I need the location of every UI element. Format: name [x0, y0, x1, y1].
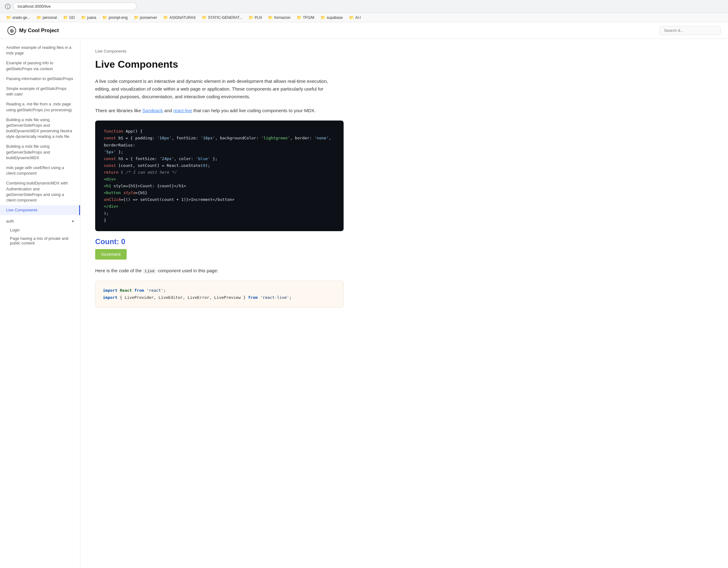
- increment-button[interactable]: Increment: [95, 249, 127, 260]
- chevron-down-icon: ▾: [72, 219, 74, 223]
- bookmark-item[interactable]: 📁 STATIC-GENERAT...: [199, 14, 245, 21]
- count-display: Count: 0: [95, 237, 344, 246]
- folder-icon: 📁: [6, 15, 11, 20]
- folder-icon: 📁: [248, 15, 253, 20]
- folder-icon: 📁: [297, 15, 302, 20]
- bookmark-item[interactable]: 📁 GD: [61, 14, 77, 21]
- folder-icon: 📁: [36, 15, 41, 20]
- browser-bar: i localhost:3000/live: [0, 0, 728, 13]
- url-bar[interactable]: localhost:3000/live: [13, 2, 137, 10]
- sidebar-item-combining[interactable]: Combining buildDynamicMDX with Authentic…: [0, 178, 80, 205]
- sidebar-auth-section: auth ▾ Login Page having a mix of privat…: [0, 216, 80, 247]
- sidebar-item-building-dynamic[interactable]: Building a mdx file using getServerSideP…: [0, 142, 80, 163]
- sidebar-item-simple-example[interactable]: Simple example of getStaticProps with ca…: [0, 84, 80, 99]
- react-live-link[interactable]: react-live: [173, 108, 192, 113]
- bookmark-item[interactable]: 📁 supabase: [318, 14, 345, 21]
- sidebar: Another example of reading files in a md…: [0, 39, 80, 568]
- import-code-block: import React from 'react'; import { Live…: [95, 281, 344, 307]
- sandpack-link[interactable]: Sandpack: [142, 108, 163, 113]
- sidebar-item-reading-md[interactable]: Reading a .md file from a .mdx page usin…: [0, 99, 80, 115]
- sidebar-sub-item-login[interactable]: Login: [0, 226, 80, 234]
- folder-icon: 📁: [349, 15, 354, 20]
- folder-icon: 📁: [81, 15, 86, 20]
- bookmark-item[interactable]: 📁 AI-l: [346, 14, 363, 21]
- code-description: Here is the code of the Live component u…: [95, 267, 344, 275]
- logo-icon: ◎: [7, 26, 16, 35]
- folder-icon: 📁: [163, 15, 168, 20]
- live-code-block[interactable]: function App() { const bS = { padding: '…: [95, 121, 344, 231]
- sidebar-item-building-server[interactable]: Building a mdx file using getServerSideP…: [0, 115, 80, 142]
- folder-icon: 📁: [134, 15, 139, 20]
- app-header: ◎ My Cool Project: [0, 22, 728, 39]
- bookmark-item[interactable]: 📁 orado-ge...: [4, 14, 33, 21]
- sidebar-item-live-components[interactable]: Live Components: [0, 205, 80, 215]
- bookmark-item[interactable]: 📁 juana: [78, 14, 99, 21]
- folder-icon: 📁: [268, 15, 273, 20]
- bookmarks-bar: 📁 orado-ge... 📁 personal 📁 GD 📁 juana 📁 …: [0, 13, 728, 22]
- folder-icon: 📁: [63, 15, 68, 20]
- folder-icon: 📁: [202, 15, 207, 20]
- bookmark-item[interactable]: 📁 PLN: [246, 14, 264, 21]
- sidebar-sub-item-page-mix[interactable]: Page having a mix of private and public …: [0, 234, 80, 247]
- page-layout: Another example of reading files in a md…: [0, 39, 728, 568]
- bookmark-item[interactable]: 📁 personal: [34, 14, 59, 21]
- main-content: Live Components Live Components A live c…: [80, 39, 358, 568]
- sidebar-item-passing-information[interactable]: Passing information to getStaticProps: [0, 74, 80, 84]
- bookmark-item[interactable]: 📁 prompt-eng: [100, 14, 130, 21]
- breadcrumb: Live Components: [95, 49, 344, 53]
- sidebar-auth-header[interactable]: auth ▾: [0, 216, 80, 226]
- page-title: Live Components: [95, 58, 344, 70]
- bookmark-item[interactable]: 📁 TFG/M: [294, 14, 317, 21]
- security-icon: i: [5, 4, 11, 9]
- bookmark-item[interactable]: 📁 ASIGNATURAS: [161, 14, 198, 21]
- intro-text: A live code component is an interactive …: [95, 78, 344, 100]
- sidebar-item-passing-info[interactable]: Example of passing info to getStaticProp…: [0, 58, 80, 74]
- bookmark-item[interactable]: 📁 jsonserver: [131, 14, 159, 21]
- app-title: My Cool Project: [19, 28, 59, 34]
- sidebar-item-another-example[interactable]: Another example of reading files in a md…: [0, 43, 80, 58]
- live-inline-code: Live: [143, 269, 156, 274]
- search-input[interactable]: [659, 26, 721, 35]
- sidebar-item-useeffect[interactable]: mdx page with useEffect using a client c…: [0, 163, 80, 178]
- folder-icon: 📁: [102, 15, 107, 20]
- folder-icon: 📁: [320, 15, 325, 20]
- app-logo[interactable]: ◎ My Cool Project: [7, 26, 59, 35]
- bookmark-item[interactable]: 📁 formacion: [265, 14, 293, 21]
- libraries-text: There are libraries like Sandpack and re…: [95, 107, 344, 115]
